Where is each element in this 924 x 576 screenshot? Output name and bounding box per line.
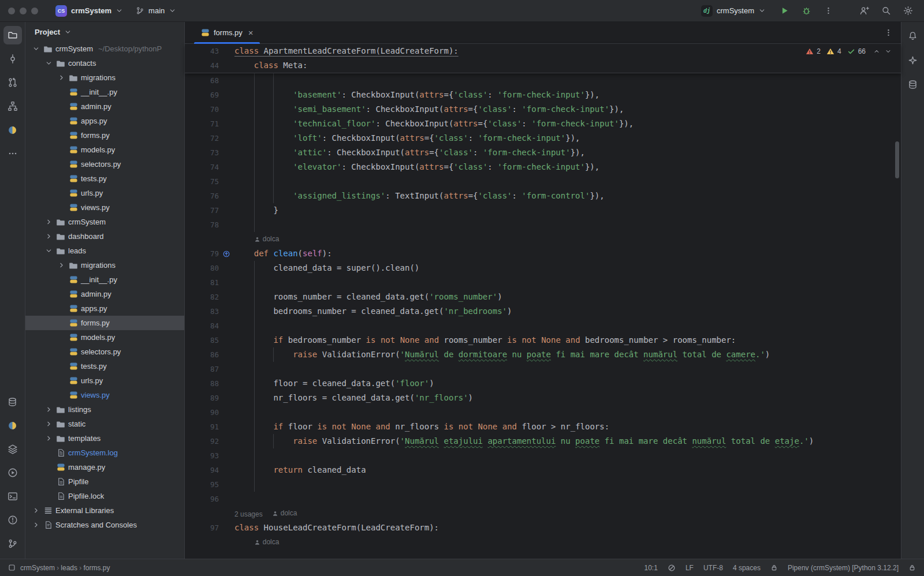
code-line-75[interactable]: 75 — [185, 174, 901, 189]
code-line-78[interactable]: 78 — [185, 218, 901, 232]
version-control-button[interactable] — [3, 534, 22, 553]
code-line-90[interactable]: 90 — [185, 405, 901, 420]
pull-requests-button[interactable] — [3, 73, 22, 92]
tree-item-crmsystem-log[interactable]: crmSystem.log — [25, 446, 184, 460]
python-packages-button[interactable] — [3, 121, 22, 139]
inspections-widget[interactable]: 2 4 66 — [806, 44, 892, 58]
gutter[interactable]: 68 — [185, 73, 234, 88]
project-widget[interactable]: CS crmSystem — [51, 3, 128, 19]
code-line-93[interactable]: 93 — [185, 448, 901, 463]
gutter[interactable]: 93 — [185, 448, 234, 463]
interpreter-widget[interactable]: Pipenv (crmSystem) [Python 3.12.2] — [788, 564, 899, 572]
author-hint[interactable]: dolca — [272, 506, 297, 521]
gutter[interactable] — [185, 506, 234, 521]
chevron-right-icon[interactable] — [44, 405, 53, 414]
code-line-96[interactable]: 96 — [185, 492, 901, 506]
tree-item-init-py[interactable]: __init__.py — [25, 85, 184, 99]
tree-item-crmsystem[interactable]: crmSystem — [25, 215, 184, 229]
project-panel-header[interactable]: Project — [25, 22, 184, 42]
editor-options-button[interactable] — [884, 22, 901, 43]
gutter[interactable]: 75 — [185, 174, 234, 189]
gutter[interactable]: 79 — [185, 246, 234, 261]
debug-button[interactable] — [798, 3, 814, 19]
dependencies-button[interactable] — [3, 440, 22, 458]
tree-item-urls-py[interactable]: urls.py — [25, 186, 184, 200]
code-line-68[interactable]: 68 — [185, 73, 901, 88]
code-line-43[interactable]: 43class ApartmentLeadCreateForm(LeadCrea… — [185, 44, 901, 58]
code-line-73[interactable]: 73 'attic': CheckboxInput(attrs={'class'… — [185, 145, 901, 160]
code-line-92[interactable]: 92 raise ValidationError('Numărul etajul… — [185, 434, 901, 448]
tree-item-models-py[interactable]: models.py — [25, 330, 184, 345]
gutter[interactable]: 90 — [185, 405, 234, 420]
gutter[interactable]: 70 — [185, 102, 234, 117]
breadcrumb-crmsystem[interactable]: crmSystem — [20, 564, 55, 572]
code-line-85[interactable]: 85 if bedrooms_number is not None and ro… — [185, 333, 901, 347]
code-line-76[interactable]: 76 'assigned_listings': TextInput(attrs=… — [185, 189, 901, 203]
gutter[interactable]: 91 — [185, 420, 234, 434]
gutter[interactable]: 85 — [185, 333, 234, 347]
code-line-83[interactable]: 83 bedrooms_number = cleaned_data.get('n… — [185, 304, 901, 319]
code-line-79[interactable]: 79 def clean(self): — [185, 246, 901, 261]
tree-item-pipfile[interactable]: Pipfile — [25, 474, 184, 489]
previous-problem-icon[interactable] — [873, 48, 880, 55]
python-console-button[interactable] — [3, 416, 22, 435]
ai-assistant-button[interactable] — [904, 51, 922, 69]
code-line-80[interactable]: 80 cleaned_data = super().clean() — [185, 261, 901, 275]
gutter[interactable]: 81 — [185, 275, 234, 290]
code-line-74[interactable]: 74 'elevator': CheckboxInput(attrs={'cla… — [185, 160, 901, 174]
tree-item-urls-py[interactable]: urls.py — [25, 373, 184, 388]
tree-item-apps-py[interactable]: apps.py — [25, 114, 184, 128]
code-line-89[interactable]: 89 nr_floors = cleaned_data.get('nr_floo… — [185, 391, 901, 405]
gutter[interactable] — [185, 232, 234, 246]
code-line-84[interactable]: 84 — [185, 319, 901, 333]
gutter[interactable]: 78 — [185, 218, 234, 232]
highlighting-level-widget[interactable] — [668, 564, 676, 572]
tree-item-models-py[interactable]: models.py — [25, 143, 184, 157]
code-line-81[interactable]: 81 — [185, 275, 901, 290]
indent-widget[interactable]: 4 spaces — [733, 564, 761, 572]
gutter[interactable]: 96 — [185, 492, 234, 506]
tree-item-views-py[interactable]: views.py — [25, 200, 184, 215]
author-hint[interactable]: dolca — [254, 232, 280, 246]
gutter[interactable]: 89 — [185, 391, 234, 405]
tab-forms-py[interactable]: forms.py × — [194, 22, 260, 43]
tree-item-leads[interactable]: leads — [25, 244, 184, 258]
commit-button[interactable] — [3, 50, 22, 68]
tree-item-contacts[interactable]: contacts — [25, 56, 184, 70]
tree-item-scratches-and-consoles[interactable]: Scratches and Consoles — [25, 518, 184, 532]
code-line-97[interactable]: 97class HouseLeadCreateForm(LeadCreateFo… — [185, 521, 901, 535]
next-problem-icon[interactable] — [885, 48, 892, 55]
more-run-options-button[interactable] — [820, 3, 836, 19]
database-button[interactable] — [904, 75, 922, 93]
chevron-right-icon[interactable] — [44, 218, 53, 227]
code-line-70[interactable]: 70 'semi_basement': CheckboxInput(attrs=… — [185, 102, 901, 117]
chevron-right-icon[interactable] — [31, 506, 40, 515]
chevron-right-icon[interactable] — [44, 420, 53, 429]
code-line-69[interactable]: 69 'basement': CheckboxInput(attrs={'cla… — [185, 88, 901, 102]
window-minimize-button[interactable] — [20, 8, 27, 14]
tree-item-forms-py[interactable]: forms.py — [25, 316, 184, 330]
tree-item-selectors-py[interactable]: selectors.py — [25, 345, 184, 359]
gutter[interactable]: 84 — [185, 319, 234, 333]
tree-item-pipfile-lock[interactable]: Pipfile.lock — [25, 489, 184, 503]
gutter[interactable]: 92 — [185, 434, 234, 448]
editor-scrollbar[interactable] — [895, 141, 899, 178]
breadcrumb-forms-py[interactable]: forms.py — [83, 564, 110, 572]
tree-item-dashboard[interactable]: dashboard — [25, 229, 184, 244]
gutter[interactable]: 43 — [185, 44, 234, 58]
breadcrumb-leads[interactable]: leads — [61, 564, 77, 572]
code-line-71[interactable]: 71 'technical_floor': CheckboxInput(attr… — [185, 117, 901, 131]
chevron-right-icon[interactable] — [57, 261, 66, 270]
line-separator-widget[interactable]: LF — [685, 564, 694, 572]
code-line-82[interactable]: 82 rooms_number = cleaned_data.get('room… — [185, 290, 901, 304]
code-hint-line[interactable]: 2 usagesdolca — [185, 506, 901, 521]
code-line-44[interactable]: 44 class Meta: — [185, 58, 901, 73]
tree-item-tests-py[interactable]: tests.py — [25, 359, 184, 373]
usages-hint[interactable]: 2 usages — [234, 510, 263, 518]
tree-item-init-py[interactable]: __init__.py — [25, 272, 184, 287]
code-hint-line[interactable]: dolca — [185, 535, 901, 549]
readonly-toggle[interactable] — [770, 564, 778, 571]
tree-item-external-libraries[interactable]: External Libraries — [25, 503, 184, 518]
tree-item-static[interactable]: static — [25, 417, 184, 431]
gutter[interactable]: 72 — [185, 131, 234, 145]
